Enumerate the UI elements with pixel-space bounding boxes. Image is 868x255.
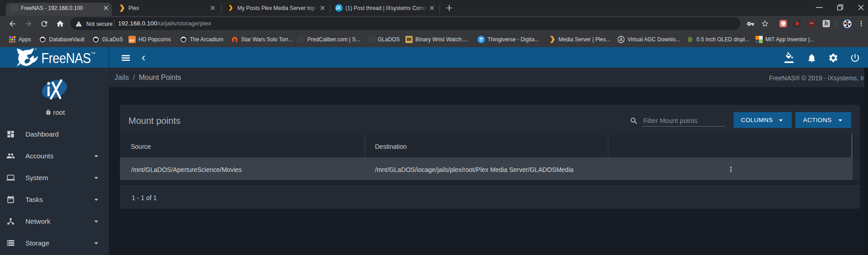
- svg-text:A: A: [620, 37, 623, 42]
- svg-text:UO: UO: [810, 22, 814, 25]
